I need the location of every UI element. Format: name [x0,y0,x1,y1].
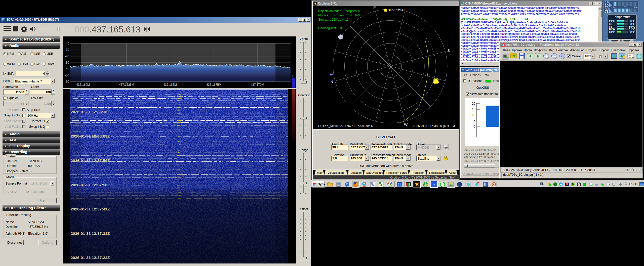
svg-text:Visualisation: Visualisation [328,171,344,174]
svg-text:-20: -20 [65,55,69,58]
svg-text:S: S [447,48,450,53]
svg-text:X: X [380,183,382,187]
svg-text:EU1XX_Minsk: 27.4767° E, 53.83: EU1XX_Minsk: 27.4767° E, 53.8378° N [318,124,373,128]
svg-text:2026-01-31 15:38:25 (UTC +3: 2026-01-31 15:38:25 (UTC +3 [413,124,455,128]
svg-text:0: 0 [473,125,475,128]
svg-text:W: W [404,122,408,126]
svg-text:Moon azm: 46°, elv: 0°, ilu: 9: Moon azm: 46°, elv: 0°, ilu: 97% [318,14,361,17]
svg-text:2026-01-31 12:38:18Z: 2026-01-31 12:38:18Z [71,110,110,114]
svg-text:N: N [331,79,333,84]
svg-text:-10: -10 [65,48,69,52]
svg-text:Sun azm: 213°, elv: 13°: Sun azm: 213°, elv: 13° [318,18,350,21]
svg-text:437.1675M: 437.1675M [206,83,221,86]
svg-text:2026-01-31 12:38:09Z: 2026-01-31 12:38:09Z [71,134,110,138]
svg-text:Prediction: Prediction [412,171,424,174]
svg-text:About: About [449,171,457,174]
svg-text:GeomagDecl: 6.8° E: GeomagDecl: 6.8° E [318,26,346,30]
svg-text:437.1625M: 437.1625M [119,83,134,86]
svg-text:Main: Main [317,171,323,174]
svg-text:437.165M: 437.165M [163,83,177,86]
svg-text:Location: Location [351,171,361,174]
svg-text:5: 5 [473,119,475,123]
svg-text:1:1: 1:1 [561,55,564,58]
svg-text:SILVERSAT: SILVERSAT [388,8,405,12]
svg-text:2026-01-31 12:37:50Z: 2026-01-31 12:37:50Z [71,183,110,187]
svg-text:0: 0 [67,42,69,45]
svg-text:E: E [373,6,376,10]
svg-text:Сглаж.: Сглаж. [572,55,582,58]
svg-text:16: 16 [292,74,295,78]
svg-text:∞: ∞ [433,183,435,186]
svg-text:2026-01-31 12:37:41Z: 2026-01-31 12:37:41Z [71,207,110,211]
svg-text:-50: -50 [65,74,69,77]
svg-text:▼: ▼ [592,56,594,58]
svg-text:W: W [371,183,374,187]
svg-text:Sat/Orbit info: Sat/Orbit info [366,171,383,174]
svg-text:2026-01-31 12:37:59Z: 2026-01-31 12:37:59Z [71,158,110,163]
svg-text:Rotor/Radio: Rotor/Radio [429,171,445,174]
svg-text:2026-01-31 12:37:22Z: 2026-01-31 12:37:22Z [71,255,110,260]
svg-text:437.170M: 437.170M [251,83,264,86]
svg-text:-60: -60 [65,80,69,83]
svg-text:▼: ▼ [605,56,607,58]
svg-text:-40: -40 [65,67,69,71]
svg-text:15: 15 [472,108,475,111]
svg-text:437.160M: 437.160M [76,83,90,86]
svg-text:10: 10 [472,113,475,117]
svg-text:Objects on radar: 1, eclipsed:: Objects on radar: 1, eclipsed: 0 [318,9,360,13]
svg-text:-30: -30 [65,61,69,64]
svg-text:Prediction setup: Prediction setup [386,171,407,174]
svg-text:2026-01-31 12:37:31Z: 2026-01-31 12:37:31Z [71,231,110,236]
svg-text:20: 20 [472,102,475,105]
